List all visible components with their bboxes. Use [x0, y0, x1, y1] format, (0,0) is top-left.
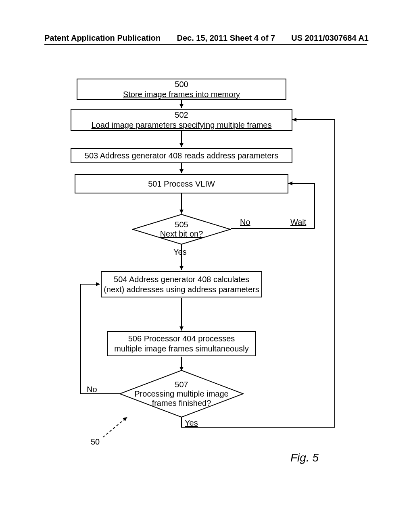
edge-505-yes: Yes	[173, 247, 187, 257]
step-502-num: 502	[175, 110, 188, 120]
step-506-text1: 506 Processor 404 processes	[128, 334, 235, 344]
edge-505-no: No	[240, 218, 250, 227]
step-506-process-frames: 506 Processor 404 processes multiple ima…	[107, 331, 256, 356]
figure-label: Fig. 5	[290, 451, 319, 464]
step-501-text: 501 Process VLIW	[148, 179, 215, 189]
decision-505-next-bit-on: 505 Next bit on?	[132, 214, 231, 245]
step-506-text2: multiple image frames simultaneously	[114, 344, 248, 354]
step-502-text: Load image parameters specifying multipl…	[92, 120, 272, 130]
step-504-calc-addresses: 504 Address generator 408 calculates (ne…	[101, 271, 262, 297]
step-500-text: Store image frames into memory	[123, 89, 240, 100]
step-502-load-params: 502 Load image parameters specifying mul…	[71, 109, 292, 131]
step-503-read-address-params: 503 Address generator 408 reads address …	[71, 148, 292, 163]
edge-505-wait: Wait	[290, 218, 306, 227]
step-500-store-frames: 500 Store image frames into memory	[77, 79, 286, 100]
step-504-text2: (next) addresses using address parameter…	[104, 285, 259, 295]
ref-50: 50	[91, 437, 100, 447]
svg-marker-9	[133, 214, 230, 244]
step-504-text1: 504 Address generator 408 calculates	[114, 274, 249, 285]
edge-507-yes: Yes	[185, 418, 198, 428]
step-500-num: 500	[175, 79, 188, 89]
step-503-text: 503 Address generator 408 reads address …	[85, 151, 278, 161]
edge-507-no: No	[87, 385, 97, 394]
flowchart: 500 Store image frames into memory 502 L…	[0, 0, 413, 532]
step-501-process-vliw: 501 Process VLIW	[75, 174, 288, 193]
svg-line-8	[103, 417, 127, 437]
svg-marker-10	[120, 370, 243, 417]
decision-507-finished: 507 Processing multiple image frames fin…	[119, 370, 244, 418]
